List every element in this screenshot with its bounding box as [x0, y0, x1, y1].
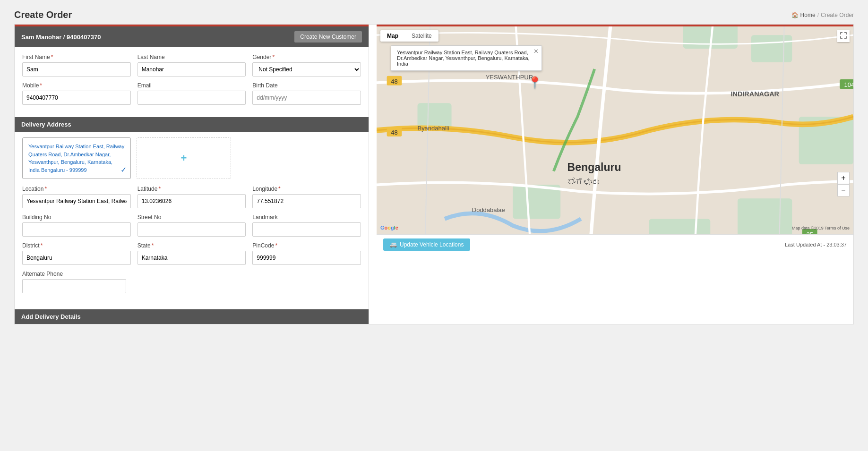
mobile-group: Mobile* [22, 82, 131, 105]
svg-rect-2 [751, 35, 792, 62]
truck-icon: 🚐 [390, 241, 397, 248]
breadcrumb-sep: / [817, 12, 819, 18]
state-input[interactable] [138, 251, 246, 265]
svg-rect-3 [513, 185, 560, 219]
district-input[interactable] [22, 251, 131, 265]
address-row-4: Alternate Phone [22, 271, 361, 293]
svg-text:HSR LAYOUT: HSR LAYOUT [738, 233, 782, 234]
add-delivery-label: Add Delivery Details [21, 313, 81, 320]
street-no-input[interactable] [138, 222, 246, 237]
landmark-label: Landmark [252, 214, 361, 221]
zoom-in-button[interactable]: + [837, 172, 850, 184]
form-row-2: Mobile* Email Birth Date [22, 82, 361, 105]
location-input[interactable] [22, 194, 131, 208]
map-marker: 📍 [528, 76, 542, 89]
email-group: Email [138, 82, 246, 105]
check-icon: ✓ [120, 164, 127, 176]
add-address-card[interactable]: + [137, 137, 231, 179]
alternate-phone-group: Alternate Phone [22, 271, 126, 293]
svg-text:104: 104 [844, 81, 853, 88]
svg-rect-5 [738, 198, 792, 234]
svg-text:ಬೆಂಗಳೂರು: ಬೆಂಗಳೂರು [567, 177, 599, 187]
address-text: Yesvantpur Railway Station East, Railway… [28, 144, 124, 173]
svg-text:48: 48 [391, 78, 397, 85]
location-label: Location* [22, 186, 131, 192]
fullscreen-button[interactable] [837, 30, 850, 42]
page-title: Create Order [14, 9, 72, 20]
last-updated-label: Last Updated At - [785, 242, 825, 247]
breadcrumb-home[interactable]: Home [800, 12, 816, 18]
email-input[interactable] [138, 91, 246, 105]
map-tooltip: Yesvantpur Railway Station East, Railway… [391, 45, 542, 71]
first-name-input[interactable] [22, 62, 131, 77]
pincode-group: PinCode* [252, 242, 361, 265]
tab-map[interactable]: Map [380, 30, 405, 42]
tooltip-text: Yesvantpur Railway Station East, Railway… [397, 50, 530, 67]
update-btn-label: Update Vehicle Locations [400, 241, 464, 248]
birthdate-label: Birth Date [252, 82, 361, 89]
street-no-label: Street No [138, 214, 246, 221]
update-vehicle-locations-button[interactable]: 🚐 Update Vehicle Locations [383, 238, 470, 251]
page-wrapper: Create Order 🏠 Home / Create Order Sam M… [0, 0, 868, 334]
landmark-group: Landmark [252, 214, 361, 237]
map-controls: + − [837, 172, 850, 196]
gender-select[interactable]: Not Specified Male Female Other [252, 62, 361, 77]
latitude-input[interactable] [138, 194, 246, 208]
pincode-input[interactable] [252, 251, 361, 265]
svg-text:35: 35 [807, 231, 813, 234]
address-card-1[interactable]: Yesvantpur Railway Station East, Railway… [22, 137, 131, 179]
map-footer: 🚐 Update Vehicle Locations Last Updated … [377, 234, 853, 255]
address-row-2: Building No Street No Landmark [22, 214, 361, 237]
tab-satellite[interactable]: Satellite [405, 30, 438, 42]
building-no-label: Building No [22, 214, 131, 221]
map-attribution: Map data ©2019 Terms of Use [792, 226, 850, 230]
form-row-1: First Name* Last Name Gender* Not Spec [22, 54, 361, 77]
mobile-label: Mobile* [22, 82, 131, 89]
email-label: Email [138, 82, 246, 89]
address-cards: Yesvantpur Railway Station East, Railway… [22, 137, 361, 179]
address-row-1: Location* Latitude* Longitude* [22, 186, 361, 208]
last-updated-time: 23:03:37 [826, 242, 847, 247]
address-row-3: District* State* PinCode* [22, 242, 361, 265]
last-name-label: Last Name [138, 54, 246, 60]
last-updated: Last Updated At - 23:03:37 [785, 242, 847, 247]
left-panel: Sam Manohar / 9400407370 Create New Cust… [15, 25, 369, 324]
district-label: District* [22, 242, 131, 249]
google-logo: Google [380, 225, 398, 230]
right-panel: Bengaluru ಬೆಂಗಳೂರು Bettahalli Byandahall… [377, 25, 853, 324]
street-no-group: Street No [138, 214, 246, 237]
add-delivery-footer[interactable]: Add Delivery Details [15, 309, 369, 324]
birthdate-group: Birth Date [252, 82, 361, 105]
tooltip-close-button[interactable]: ✕ [533, 48, 539, 55]
customer-form-section: First Name* Last Name Gender* Not Spec [15, 47, 369, 117]
state-group: State* [138, 242, 246, 265]
create-new-customer-button[interactable]: Create New Customer [294, 31, 362, 43]
main-content: Sam Manohar / 9400407370 Create New Cust… [14, 24, 854, 324]
svg-rect-4 [649, 219, 711, 234]
last-name-group: Last Name [138, 54, 246, 77]
last-name-input[interactable] [138, 62, 246, 77]
latitude-group: Latitude* [138, 186, 246, 208]
state-label: State* [138, 242, 246, 249]
longitude-label: Longitude* [252, 186, 361, 192]
longitude-input[interactable] [252, 194, 361, 208]
fullscreen-icon [840, 32, 847, 39]
first-name-label: First Name* [22, 54, 131, 60]
svg-text:Doddabalae: Doddabalae [472, 206, 505, 213]
required-star: * [51, 54, 53, 60]
building-no-input[interactable] [22, 222, 131, 237]
svg-text:YESWANTHPUR: YESWANTHPUR [486, 74, 533, 81]
svg-text:48: 48 [391, 129, 397, 136]
building-no-group: Building No [22, 214, 131, 237]
customer-name: Sam Manohar / 9400407370 [21, 34, 101, 41]
zoom-out-button[interactable]: − [837, 184, 850, 196]
birthdate-input[interactable] [252, 91, 361, 105]
mobile-input[interactable] [22, 91, 131, 105]
customer-header: Sam Manohar / 9400407370 Create New Cust… [15, 26, 369, 47]
home-icon: 🏠 [791, 12, 799, 18]
longitude-group: Longitude* [252, 186, 361, 208]
alternate-phone-input[interactable] [22, 279, 126, 293]
landmark-input[interactable] [252, 222, 361, 237]
address-form: Location* Latitude* Longitude* [15, 186, 369, 306]
latitude-label: Latitude* [138, 186, 246, 192]
